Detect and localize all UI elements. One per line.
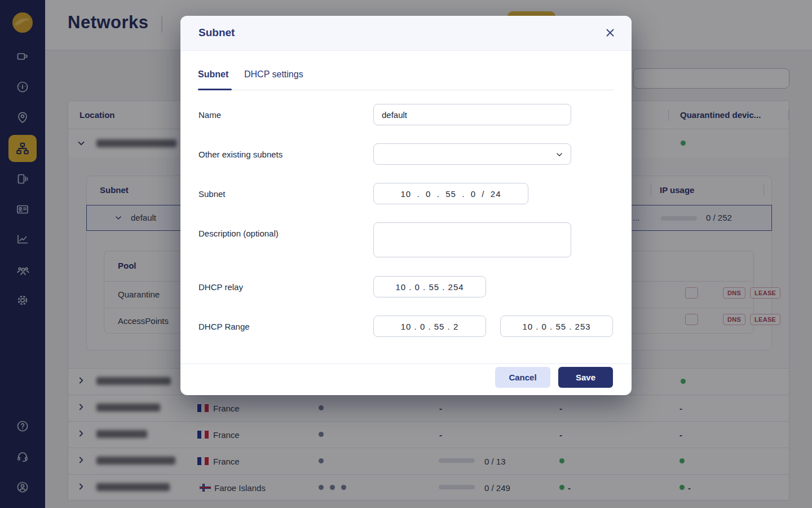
modal-header <box>180 16 632 51</box>
subnet-label: Subnet <box>198 189 226 199</box>
dhcp-range-from-input[interactable] <box>373 316 486 337</box>
dhcp-relay-input[interactable] <box>373 276 486 297</box>
modal-title: Subnet <box>198 27 235 39</box>
tabs-divider <box>198 90 614 90</box>
close-icon[interactable] <box>603 27 617 40</box>
cancel-button[interactable]: Cancel <box>495 367 550 388</box>
app-root: Networks <box>0 0 812 508</box>
tab-subnet[interactable]: Subnet <box>198 69 228 80</box>
dhcp-relay-label: DHCP relay <box>198 282 243 292</box>
footer-divider <box>180 364 632 364</box>
other-subnets-label: Other existing subnets <box>198 150 283 159</box>
description-textarea[interactable] <box>373 222 571 257</box>
subnet-cidr-input[interactable] <box>373 183 528 204</box>
save-button[interactable]: Save <box>558 367 613 388</box>
active-tab-indicator <box>198 89 232 90</box>
name-input[interactable] <box>373 104 571 125</box>
description-label: Description (optional) <box>198 229 279 238</box>
subnet-modal: Subnet Subnet DHCP settings Name Other e… <box>180 16 632 395</box>
chevron-down-icon <box>555 150 564 161</box>
dhcp-range-label: DHCP Range <box>198 322 250 331</box>
tab-dhcp-settings[interactable]: DHCP settings <box>244 69 303 80</box>
name-label: Name <box>198 110 221 120</box>
other-subnets-select[interactable] <box>373 143 571 165</box>
dhcp-range-to-input[interactable] <box>500 316 613 337</box>
